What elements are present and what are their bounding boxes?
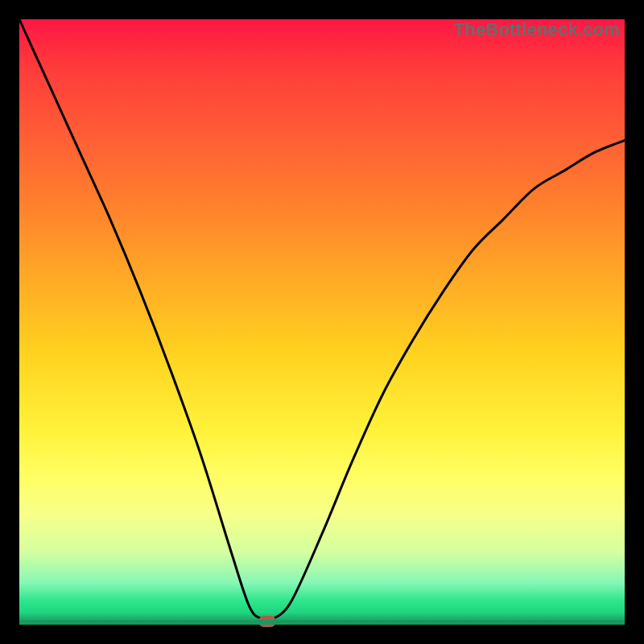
plot-area: TheBottleneck.com bbox=[19, 19, 625, 625]
chart-frame: TheBottleneck.com bbox=[0, 0, 644, 644]
bottleneck-curve bbox=[19, 19, 625, 625]
minimum-marker bbox=[258, 616, 276, 627]
watermark-text: TheBottleneck.com bbox=[454, 19, 620, 40]
